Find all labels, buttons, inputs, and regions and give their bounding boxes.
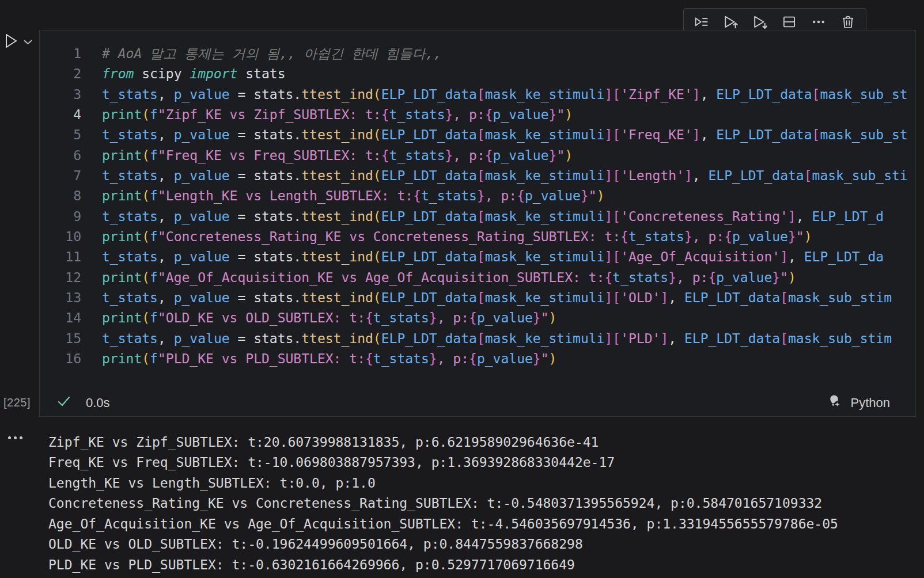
output-line: Freq_KE vs Freq_SUBTLEX: t:-10.069803887…: [48, 452, 924, 473]
code-line[interactable]: 15t_stats, p_value = stats.ttest_ind(ELP…: [40, 329, 915, 349]
code-line[interactable]: 6print(f"Freq_KE vs Freq_SUBTLEX: t:{t_s…: [40, 146, 915, 166]
play-icon[interactable]: [5, 33, 18, 51]
line-number: 4: [40, 105, 81, 125]
code-text: print(f"Length_KE vs Length_SUBTLEX: t:{…: [102, 186, 605, 206]
code-line[interactable]: 14print(f"OLD_KE vs OLD_SUBTLEX: t:{t_st…: [40, 308, 915, 328]
line-number: 9: [40, 207, 81, 227]
output-line: Age_Of_Acquisition_KE vs Age_Of_Acquisit…: [48, 514, 924, 534]
code-text: t_stats, p_value = stats.ttest_ind(ELP_L…: [102, 166, 908, 186]
output-line: Concreteness_Rating_KE vs Concreteness_R…: [48, 493, 924, 514]
line-number: 10: [40, 227, 81, 247]
line-number: 12: [40, 268, 81, 288]
line-number: 2: [40, 64, 81, 84]
language-picker[interactable]: Python: [851, 396, 891, 410]
notebook-cell[interactable]: 1# AoA 말고 통제는 거의 됨,, 아쉽긴 한데 힘들다,,2from s…: [39, 30, 916, 417]
line-number: 5: [40, 125, 81, 145]
code-editor[interactable]: 1# AoA 말고 통제는 거의 됨,, 아쉽긴 한데 힘들다,,2from s…: [40, 31, 915, 370]
line-number: 15: [40, 329, 81, 349]
code-text: print(f"Zipf_KE vs Zipf_SUBTLEX: t:{t_st…: [102, 105, 573, 125]
code-lines: 1# AoA 말고 통제는 거의 됨,, 아쉽긴 한데 힘들다,,2from s…: [40, 44, 915, 370]
code-line[interactable]: 4print(f"Zipf_KE vs Zipf_SUBTLEX: t:{t_s…: [40, 105, 915, 125]
success-check-icon: [57, 395, 71, 411]
code-text: t_stats, p_value = stats.ttest_ind(ELP_L…: [102, 288, 892, 308]
cell-output: Zipf_KE vs Zipf_SUBTLEX: t:20.6073998813…: [0, 417, 924, 575]
output-lines: Zipf_KE vs Zipf_SUBTLEX: t:20.6073998813…: [0, 417, 924, 575]
code-text: print(f"Concreteness_Rating_KE vs Concre…: [102, 227, 812, 247]
line-number: 11: [40, 247, 81, 267]
code-text: print(f"PLD_KE vs PLD_SUBTLEX: t:{t_stat…: [102, 349, 556, 369]
more-actions-icon[interactable]: [811, 14, 827, 30]
line-number: 13: [40, 288, 81, 308]
code-line[interactable]: 7t_stats, p_value = stats.ttest_ind(ELP_…: [40, 166, 915, 186]
line-number: 8: [40, 186, 81, 206]
run-by-line-icon[interactable]: [694, 14, 710, 30]
execute-below-icon[interactable]: [752, 14, 768, 30]
code-line[interactable]: 10print(f"Concreteness_Rating_KE vs Conc…: [40, 227, 915, 247]
code-text: print(f"Freq_KE vs Freq_SUBTLEX: t:{t_st…: [102, 146, 573, 166]
code-line[interactable]: 12print(f"Age_Of_Acquisition_KE vs Age_O…: [40, 268, 915, 288]
output-options-icon[interactable]: [8, 436, 22, 439]
execution-count: [225]: [3, 396, 31, 409]
line-number: 14: [40, 308, 81, 328]
output-line: OLD_KE vs OLD_SUBTLEX: t:-0.196244996095…: [48, 534, 924, 554]
output-line: Length_KE vs Length_SUBTLEX: t:0.0, p:1.…: [48, 473, 924, 493]
line-number: 3: [40, 85, 81, 105]
line-number: 1: [40, 44, 81, 64]
code-line[interactable]: 11t_stats, p_value = stats.ttest_ind(ELP…: [40, 247, 915, 267]
output-line: Zipf_KE vs Zipf_SUBTLEX: t:20.6073998813…: [48, 432, 924, 452]
code-line[interactable]: 9t_stats, p_value = stats.ttest_ind(ELP_…: [40, 207, 915, 227]
run-cell-button[interactable]: [5, 33, 32, 51]
code-text: t_stats, p_value = stats.ttest_ind(ELP_L…: [102, 247, 884, 267]
code-line[interactable]: 13t_stats, p_value = stats.ttest_ind(ELP…: [40, 288, 915, 308]
code-text: # AoA 말고 통제는 거의 됨,, 아쉽긴 한데 힘들다,,: [102, 44, 442, 64]
code-text: t_stats, p_value = stats.ttest_ind(ELP_L…: [102, 329, 892, 349]
code-text: t_stats, p_value = stats.ttest_ind(ELP_L…: [102, 125, 908, 145]
code-text: print(f"OLD_KE vs OLD_SUBTLEX: t:{t_stat…: [102, 308, 556, 328]
line-number: 16: [40, 349, 81, 369]
code-text: from scipy import stats: [102, 64, 286, 84]
line-number: 7: [40, 166, 81, 186]
delete-cell-icon[interactable]: [840, 14, 856, 30]
chevron-down-icon[interactable]: [24, 37, 32, 47]
code-line[interactable]: 2from scipy import stats: [40, 64, 915, 84]
execute-above-icon[interactable]: [723, 14, 739, 30]
code-line[interactable]: 3t_stats, p_value = stats.ttest_ind(ELP_…: [40, 85, 915, 105]
lightbulb-sparkle-icon[interactable]: [827, 394, 842, 412]
code-line[interactable]: 16print(f"PLD_KE vs PLD_SUBTLEX: t:{t_st…: [40, 349, 915, 369]
code-text: t_stats, p_value = stats.ttest_ind(ELP_L…: [102, 85, 908, 105]
code-line[interactable]: 5t_stats, p_value = stats.ttest_ind(ELP_…: [40, 125, 915, 145]
code-line[interactable]: 1# AoA 말고 통제는 거의 됨,, 아쉽긴 한데 힘들다,,: [40, 44, 915, 64]
line-number: 6: [40, 146, 81, 166]
split-cell-icon[interactable]: [781, 14, 797, 30]
output-line: PLD_KE vs PLD_SUBTLEX: t:-0.630216166426…: [48, 555, 924, 575]
code-text: print(f"Age_Of_Acquisition_KE vs Age_Of_…: [102, 268, 796, 288]
cell-status-bar: 0.0s Python: [40, 390, 915, 416]
code-line[interactable]: 8print(f"Length_KE vs Length_SUBTLEX: t:…: [40, 186, 915, 206]
execution-duration: 0.0s: [86, 396, 110, 410]
code-text: t_stats, p_value = stats.ttest_ind(ELP_L…: [102, 207, 884, 227]
